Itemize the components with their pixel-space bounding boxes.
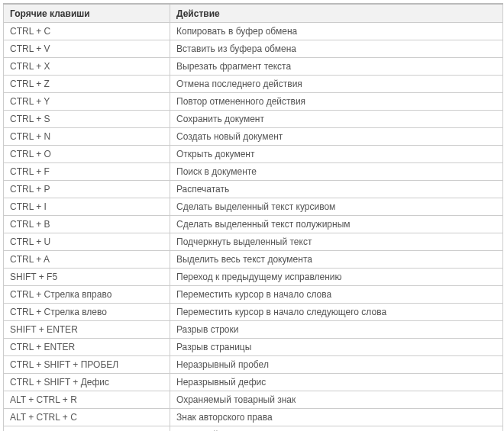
table-row: CTRL + SСохранить документ — [4, 111, 503, 128]
table-row: SHIFT + ENTERРазрыв строки — [4, 321, 503, 339]
hotkey-cell: ALT + CTRL + C — [4, 409, 170, 426]
hotkey-cell: CTRL + B — [4, 216, 170, 233]
hotkey-cell: CTRL + SHIFT + Дефис — [4, 374, 170, 391]
table-row: CTRL + IСделать выделенный текст курсиво… — [4, 198, 503, 216]
hotkey-cell: CTRL + V — [4, 40, 170, 58]
table-row: CTRL + YПовтор отмененного действия — [4, 93, 503, 111]
action-cell: Сделать выделенный текст полужирным — [170, 216, 503, 233]
action-cell: Вставить из буфера обмена — [170, 40, 503, 58]
table-row: CTRL + ENTERРазрыв страницы — [4, 339, 503, 356]
action-cell: Разрыв страницы — [170, 339, 503, 356]
table-row: CTRL + NСоздать новый документ — [4, 128, 503, 146]
hotkey-cell: CTRL + Y — [4, 93, 170, 111]
table-row: CTRL + VВставить из буфера обмена — [4, 40, 503, 58]
hotkey-cell: SHIFT + F5 — [4, 269, 170, 286]
table-row: CTRL + ZОтмена последнего действия — [4, 76, 503, 93]
hotkey-cell: CTRL + N — [4, 128, 170, 146]
table-row: CTRL + Стрелка вправоПереместить курсор … — [4, 286, 503, 304]
action-cell: Товарный знак — [170, 426, 503, 432]
action-cell: Создать новый документ — [170, 128, 503, 146]
action-cell: Повтор отмененного действия — [170, 93, 503, 111]
action-cell: Сохранить документ — [170, 111, 503, 128]
table-row: CTRL + CКопировать в буфер обмена — [4, 23, 503, 40]
action-cell: Переход к предыдущему исправлению — [170, 269, 503, 286]
hotkey-cell: CTRL + I — [4, 198, 170, 216]
table-row: CTRL + SHIFT + ДефисНеразрывный дефис — [4, 374, 503, 391]
hotkey-cell: CTRL + C — [4, 23, 170, 40]
table-row: ALT + CTRL + RОхраняемый товарный знак — [4, 391, 503, 409]
hotkeys-table: Горячие клавиши Действие CTRL + CКопиров… — [3, 3, 503, 431]
hotkey-cell: CTRL + A — [4, 251, 170, 269]
action-cell: Переместить курсор в начало слова — [170, 286, 503, 304]
action-cell: Переместить курсор в начало следующего с… — [170, 304, 503, 321]
action-cell: Неразрывный дефис — [170, 374, 503, 391]
table-header-row: Горячие клавиши Действие — [4, 4, 503, 23]
table-row: SHIFT + F5Переход к предыдущему исправле… — [4, 269, 503, 286]
hotkey-cell: CTRL + ENTER — [4, 339, 170, 356]
action-cell: Вырезать фрагмент текста — [170, 58, 503, 76]
table-row: CTRL + UПодчеркнуть выделенный текст — [4, 233, 503, 251]
hotkey-cell: CTRL + S — [4, 111, 170, 128]
header-hotkey: Горячие клавиши — [4, 4, 170, 23]
hotkey-cell: CTRL + F — [4, 163, 170, 181]
table-row: ALT + CTRL + TТоварный знак — [4, 426, 503, 432]
table-row: CTRL + XВырезать фрагмент текста — [4, 58, 503, 76]
action-cell: Распечатать — [170, 181, 503, 198]
table-row: CTRL + SHIFT + ПРОБЕЛНеразрывный пробел — [4, 356, 503, 374]
action-cell: Открыть документ — [170, 146, 503, 163]
action-cell: Разрыв строки — [170, 321, 503, 339]
hotkey-cell: CTRL + X — [4, 58, 170, 76]
action-cell: Охраняемый товарный знак — [170, 391, 503, 409]
hotkey-cell: CTRL + SHIFT + ПРОБЕЛ — [4, 356, 170, 374]
hotkey-cell: CTRL + O — [4, 146, 170, 163]
action-cell: Поиск в документе — [170, 163, 503, 181]
hotkey-cell: CTRL + U — [4, 233, 170, 251]
table-row: CTRL + FПоиск в документе — [4, 163, 503, 181]
action-cell: Подчеркнуть выделенный текст — [170, 233, 503, 251]
action-cell: Копировать в буфер обмена — [170, 23, 503, 40]
hotkey-cell: ALT + CTRL + R — [4, 391, 170, 409]
hotkey-cell: CTRL + Стрелка вправо — [4, 286, 170, 304]
hotkey-cell: ALT + CTRL + T — [4, 426, 170, 432]
table-row: ALT + CTRL + CЗнак авторского права — [4, 409, 503, 426]
table-row: CTRL + OОткрыть документ — [4, 146, 503, 163]
action-cell: Сделать выделенный текст курсивом — [170, 198, 503, 216]
action-cell: Выделить весь текст документа — [170, 251, 503, 269]
action-cell: Знак авторского права — [170, 409, 503, 426]
hotkey-cell: CTRL + Стрелка влево — [4, 304, 170, 321]
table-row: CTRL + BСделать выделенный текст полужир… — [4, 216, 503, 233]
action-cell: Неразрывный пробел — [170, 356, 503, 374]
hotkey-cell: CTRL + Z — [4, 76, 170, 93]
table-row: CTRL + Стрелка влевоПереместить курсор в… — [4, 304, 503, 321]
action-cell: Отмена последнего действия — [170, 76, 503, 93]
hotkey-cell: SHIFT + ENTER — [4, 321, 170, 339]
hotkey-cell: CTRL + P — [4, 181, 170, 198]
header-action: Действие — [170, 4, 503, 23]
table-row: CTRL + PРаспечатать — [4, 181, 503, 198]
table-row: CTRL + AВыделить весь текст документа — [4, 251, 503, 269]
